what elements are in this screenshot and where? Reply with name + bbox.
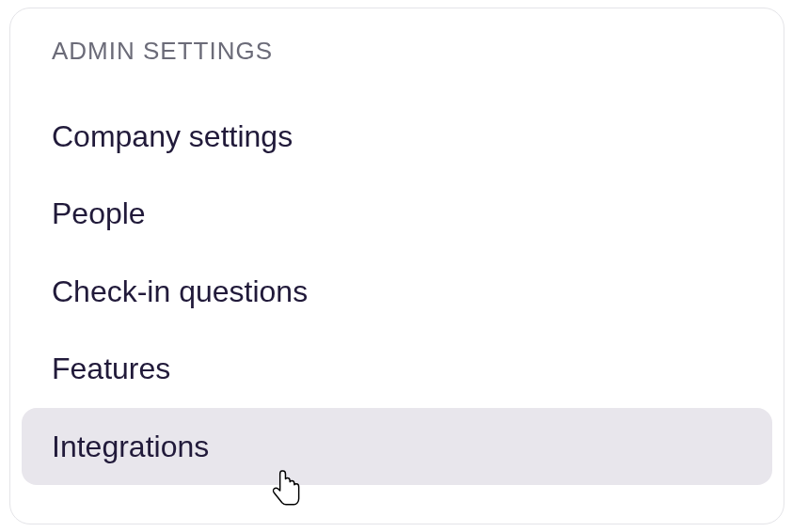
menu-item-check-in-questions[interactable]: Check-in questions	[10, 253, 784, 330]
menu-item-features[interactable]: Features	[10, 330, 784, 407]
menu-item-company-settings[interactable]: Company settings	[10, 98, 784, 175]
admin-settings-panel: ADMIN SETTINGS Company settings People C…	[9, 8, 784, 524]
section-title: ADMIN SETTINGS	[10, 8, 784, 75]
menu-item-people[interactable]: People	[10, 175, 784, 252]
menu-item-integrations[interactable]: Integrations	[22, 408, 772, 485]
admin-settings-menu: Company settings People Check-in questio…	[10, 98, 784, 485]
